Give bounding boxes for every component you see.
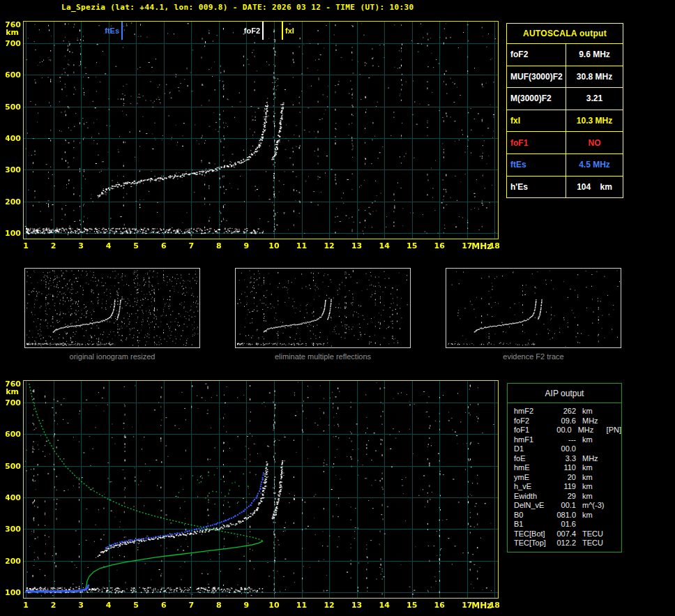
aip-output-panel: AIP output hmF2262kmfoF209.6MHzfoF100.0M… (507, 383, 622, 553)
param-label: foF2 (507, 44, 566, 66)
window-title: La_Spezia (lat: +44.1, lon: 009.8) - DAT… (61, 3, 414, 12)
aip-row-hve: h_vE119km (514, 482, 621, 492)
aip-row-hme: hmE110km (514, 463, 621, 473)
autoscala-row-ftes: ftEs4.5 MHz (507, 154, 623, 176)
aip-row-tectop: TEC[Top]012.2TECU (514, 539, 621, 548)
autoscala-panel-title: AUTOSCALA output (507, 24, 623, 44)
param-value: 4.5 MHz (566, 154, 623, 176)
aip-value: 01.6 (554, 520, 576, 529)
param-label: foF1 (507, 132, 566, 153)
aip-value: 00.0 (554, 444, 576, 454)
aip-value: 00.1 (554, 501, 576, 511)
ionogram-plot-top (6, 20, 502, 254)
aip-row-hmf2: hmF2262km (514, 407, 621, 416)
param-value: 10.3 MHz (566, 110, 623, 132)
param-value: 30.8 MHz (566, 66, 623, 88)
aip-label: D1 (514, 444, 554, 454)
aip-row-fof1: foF100.0MHz[PN] (514, 426, 621, 435)
autoscala-row-m3000f2: M(3000)F23.21 (507, 88, 623, 110)
thumbnail-caption-evidence: evidence F2 trace (446, 352, 621, 361)
param-value: NO (566, 132, 623, 153)
aip-row-fof2: foF209.6MHz (514, 416, 621, 426)
ionogram-plot-bottom (6, 379, 502, 613)
autoscala-rows: foF29.6 MHzMUF(3000)F230.8 MHzM(3000)F23… (507, 44, 623, 197)
aip-panel-title: AIP output (508, 384, 621, 403)
aip-unit: km (576, 492, 613, 502)
autoscala-output-panel: AUTOSCALA output foF29.6 MHzMUF(3000)F23… (506, 23, 623, 198)
aip-row-d1: D100.0 (514, 444, 621, 454)
aip-unit: m^(-3) (576, 501, 613, 511)
aip-row-yme: ymE20km (514, 473, 621, 483)
aip-value: 3.3 (554, 454, 576, 464)
thumbnail-caption-original: original ionogram resized (24, 352, 200, 361)
aip-label: Ewidth (514, 492, 554, 502)
autoscala-row-fxi: fxI10.3 MHz (507, 110, 623, 133)
aip-value: 012.2 (554, 539, 576, 548)
thumbnail-eliminate-reflections (235, 268, 411, 348)
aip-unit (576, 520, 613, 529)
param-value: 9.6 MHz (566, 44, 623, 66)
aip-row-delnve: DelN_vE00.1m^(-3) (514, 501, 621, 511)
aip-unit: km (576, 407, 613, 416)
aip-value: 20 (554, 473, 576, 483)
thumbnail-caption-eliminate: eliminate multiple reflections (235, 352, 411, 361)
aip-row-tecbot: TEC[Bot]007.4TECU (514, 529, 621, 539)
aip-extra: [PN] (607, 426, 621, 435)
aip-unit: km (576, 473, 613, 483)
aip-value: 119 (554, 482, 576, 492)
autoscala-row-fof2: foF29.6 MHz (507, 44, 623, 66)
aip-unit: MHz (576, 454, 613, 464)
param-label: h'Es (507, 176, 566, 198)
aip-unit: MHz (576, 416, 613, 426)
aip-unit: TECU (576, 529, 613, 539)
param-value: 104 km (566, 176, 623, 198)
aip-value: --- (554, 435, 576, 445)
aip-rows: hmF2262kmfoF209.6MHzfoF100.0MHz[PN]hmF1-… (508, 403, 621, 548)
aip-unit: km (576, 463, 613, 473)
aip-value: 081.0 (554, 511, 576, 520)
aip-unit: km (576, 482, 613, 492)
aip-label: TEC[Top] (514, 539, 554, 548)
param-label: ftEs (507, 154, 566, 176)
aip-label: foE (514, 454, 554, 464)
autoscala-row-muf3000f2: MUF(3000)F230.8 MHz (507, 66, 623, 89)
aip-label: hmF1 (514, 435, 554, 445)
aip-label: hmE (514, 463, 554, 473)
aip-row-ewidth: Ewidth29km (514, 492, 621, 502)
aip-unit (576, 444, 613, 454)
aip-value: 09.6 (554, 416, 576, 426)
aip-label: TEC[Bot] (514, 529, 554, 539)
param-label: fxI (507, 110, 566, 132)
aip-row-b0: B0081.0km (514, 511, 621, 520)
aip-label: h_vE (514, 482, 554, 492)
thumbnail-original-ionogram (24, 268, 200, 348)
aip-label: hmF2 (514, 407, 554, 416)
aip-unit: km (576, 435, 613, 445)
aip-label: ymE (514, 473, 554, 483)
aip-label: B1 (514, 520, 554, 529)
autoscala-row-fof1: foF1NO (507, 132, 623, 154)
aip-label: foF1 (514, 426, 551, 435)
aip-label: B0 (514, 511, 554, 520)
param-label: MUF(3000)F2 (507, 66, 566, 88)
aip-value: 110 (554, 463, 576, 473)
aip-value: 262 (554, 407, 576, 416)
param-label: M(3000)F2 (507, 88, 566, 110)
thumbnail-evidence-f2-trace (446, 268, 621, 348)
param-value: 3.21 (566, 88, 623, 110)
aip-row-foe: foE3.3MHz (514, 454, 621, 464)
aip-value: 007.4 (554, 529, 576, 539)
aip-unit: MHz (572, 426, 607, 435)
aip-unit: km (576, 511, 613, 520)
aip-value: 00.0 (551, 426, 572, 435)
aip-unit: TECU (576, 539, 613, 548)
aip-row-hmf1: hmF1---km (514, 435, 621, 445)
aip-label: foF2 (514, 416, 554, 426)
aip-value: 29 (554, 492, 576, 502)
autoscala-row-hes: h'Es104 km (507, 176, 623, 198)
aip-row-b1: B101.6 (514, 520, 621, 529)
aip-label: DelN_vE (514, 501, 554, 511)
